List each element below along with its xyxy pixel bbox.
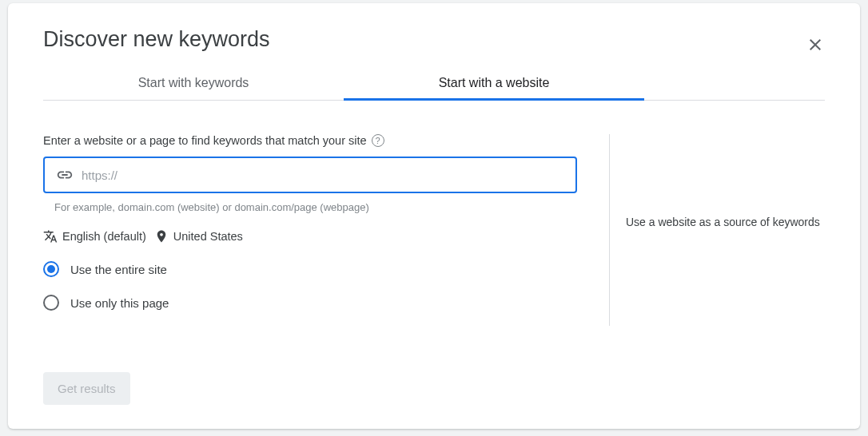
radio-entire-site[interactable]: Use the entire site	[43, 261, 577, 277]
url-input[interactable]	[82, 168, 564, 182]
main-column: Enter a website or a page to find keywor…	[43, 134, 609, 326]
url-field-hint: For example, domain.com (website) or dom…	[54, 201, 577, 213]
tab-website[interactable]: Start with a website	[344, 66, 644, 100]
radio-only-page-label: Use only this page	[70, 296, 169, 310]
location-label: United States	[173, 230, 243, 243]
location-icon	[154, 229, 169, 244]
footer: Get results	[43, 372, 825, 405]
tab-keywords[interactable]: Start with keywords	[43, 66, 344, 100]
sidebar-info-text: Use a website as a source of keywords	[626, 214, 825, 231]
translate-icon	[43, 229, 58, 244]
language-label: English (default)	[62, 230, 146, 243]
location-selector[interactable]: United States	[154, 229, 243, 244]
url-field-label-row: Enter a website or a page to find keywor…	[43, 134, 577, 147]
content-columns: Enter a website or a page to find keywor…	[43, 134, 825, 326]
url-field-label: Enter a website or a page to find keywor…	[43, 134, 367, 147]
radio-icon	[43, 261, 59, 277]
get-results-button[interactable]: Get results	[43, 372, 130, 405]
language-selector[interactable]: English (default)	[43, 229, 146, 244]
close-icon	[806, 35, 825, 54]
keyword-planner-card: Discover new keywords Start with keyword…	[8, 3, 860, 429]
scope-radio-group: Use the entire site Use only this page	[43, 261, 577, 311]
radio-only-page[interactable]: Use only this page	[43, 295, 577, 311]
page-title: Discover new keywords	[43, 27, 825, 52]
link-icon	[56, 166, 74, 184]
meta-row: English (default) United States	[43, 229, 577, 244]
help-icon[interactable]: ?	[372, 134, 384, 147]
url-input-wrapper[interactable]	[43, 157, 577, 193]
sidebar-info: Use a website as a source of keywords	[609, 134, 825, 326]
close-button[interactable]	[806, 35, 825, 57]
tabs-bar: Start with keywords Start with a website	[43, 66, 825, 101]
radio-entire-site-label: Use the entire site	[70, 263, 167, 276]
radio-icon	[43, 295, 59, 311]
